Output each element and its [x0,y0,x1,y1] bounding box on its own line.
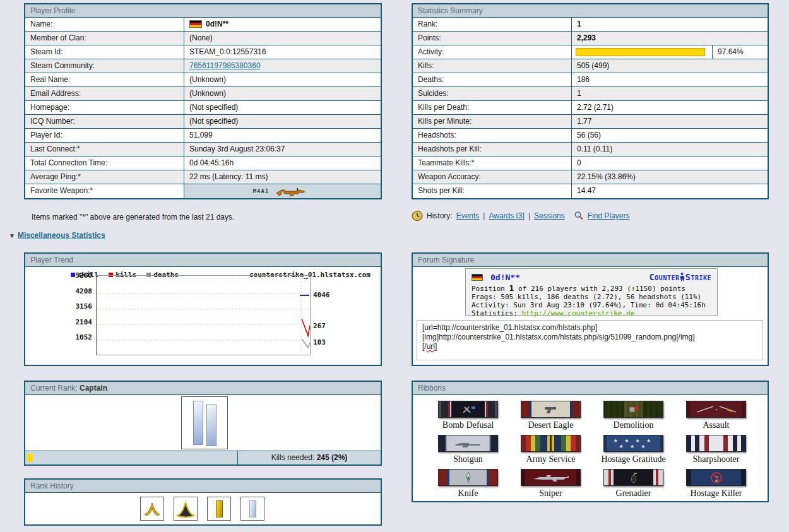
rank-progress-fill [27,454,33,462]
profile-value-playerid: 51,099 [184,129,381,142]
stats-label-headshots: Headshots: [413,129,572,142]
forum-signature-panel: Forum Signature 0d!N** Counter Strike Po… [412,252,769,366]
gold-bar-icon [207,497,231,521]
ribbon-sharpshooter: Sharpshooter [675,435,757,469]
table-row: Rank: 1 [413,18,768,32]
profile-value-realname: (Unknown) [184,73,381,86]
germany-flag-icon [189,20,202,28]
ribbon-shotgun: Shotgun [427,435,509,469]
stats-label-shotsperkill: Shots per Kill: [413,184,572,198]
ribbon-label: Grenadier [616,488,651,499]
end-label-skill: 4046 [313,291,330,299]
statistics-summary-header: Statistics Summary [413,4,768,18]
find-players-link[interactable]: Find Players [588,211,630,220]
signature-image: 0d!N** Counter Strike Position 1 of 216 … [465,268,718,316]
miscellaneous-statistics-link[interactable]: Miscellaneous Statistics [18,231,105,240]
signature-line-statistics: Statistics: http://www.counterstrike.de [472,309,711,317]
kills-needed-value: 245 (2%) [317,453,348,462]
sniper-ribbon-icon [521,469,581,486]
current-rank-name: Captain [80,384,107,393]
bbcode-line3: [/url] [422,342,757,352]
table-row: Email Address: (Unknown) [25,87,381,101]
ribbon-label: Knife [458,488,478,499]
ribbon-desert-eagle: Desert Eagle [509,401,592,435]
current-rank-label: Current Rank: [30,384,80,393]
ribbon-assault: Assault [675,401,757,435]
stats-label-killsperdeath: Kills per Death: [413,101,572,114]
trend-lines [97,276,310,355]
end-label-deaths: 103 [313,338,326,346]
separator: | [483,211,485,220]
table-row: Steam Community: 76561197985380360 [25,59,381,73]
cs-logo-left: Counter [649,272,679,282]
stats-value-headshots: 56 (56) [572,129,768,142]
forum-signature-header: Forum Signature [413,254,768,267]
table-row: Weapon Accuracy: 22.15% (33.86%) [413,170,768,184]
table-row: Steam Id: STEAM_0:0:12557316 [25,45,381,59]
profile-label-email: Email Address: [25,87,184,100]
stats-value-killsperminute: 1.77 [572,115,768,128]
ribbon-label: Sharpshooter [693,454,740,464]
current-rank-header: Current Rank: Captain [25,382,381,395]
activity-bar-cell [572,45,712,59]
profile-label-steamcommunity: Steam Community: [25,59,184,73]
player-profile-header: Player Profile [25,4,381,18]
desert-eagle-ribbon-icon [521,401,581,418]
ribbon-label: Army Service [526,454,575,464]
profile-value-favoriteweapon: M4A1 [184,184,381,198]
sig-pos-gain: 1150 [636,285,653,293]
ribbon-label: Bomb Defusal [442,420,494,430]
stats-label-rank: Rank: [413,18,572,31]
table-row: Kills per Minute: 1.77 [413,115,768,129]
shotgun-ribbon-icon [438,435,498,452]
stats-value-kills: 505 (499) [572,59,768,73]
table-row: Homepage: (Not specified) [25,101,381,115]
bbcode-line3-pre: [/ [422,342,427,351]
ytick-5260: 5260 [62,271,92,280]
ribbon-grenadier: Grenadier [592,469,675,503]
profile-value-connectiontime: 0d 04:45:16h [184,157,381,170]
profile-value-homepage: (Not specified) [184,101,381,114]
forum-signature-body: 0d!N** Counter Strike Position 1 of 216 … [413,267,768,365]
current-rank-panel: Current Rank: Captain Kills needed: 245 … [24,381,382,466]
footnote-text: Items marked "*" above are generated fro… [32,213,234,222]
table-row: Points: 2,293 [413,32,768,45]
rank-history-body [25,493,381,524]
table-row: Headshots per Kill: 0.11 (0.11) [413,143,768,157]
cs-logo-right: Strike [685,272,711,282]
history-link-events[interactable]: Events [456,211,480,220]
table-row: Deaths: 186 [413,73,768,87]
miscellaneous-statistics-toggle[interactable]: ▼Miscellaneous Statistics [9,231,105,240]
profile-label-homepage: Homepage: [25,101,184,114]
sharpshooter-ribbon-icon [686,435,746,452]
hostage-gratitude-ribbon-icon: ★ ★ ★ ★★ ★ ★ [603,435,663,452]
bbcode-textarea[interactable]: [url=http://counterstrike_01.hlstatsx.co… [417,320,763,360]
profile-value-steamid: STEAM_0:0:12557316 [184,45,381,59]
ribbon-knife: Knife [427,469,509,503]
stats-value-suicides: 1 [572,87,768,100]
clock-icon [412,210,423,222]
signature-player-name: 0d!N** [490,273,520,282]
trend-chart: skill kills deaths counterstrike_01.hlst… [25,267,381,365]
stats-label-points: Points: [413,32,572,45]
ribbon-label: Assault [703,420,730,430]
cs-soldier-icon [679,272,685,282]
sig-pos-mid: of 216 players with 2,293 ( [514,285,631,293]
profile-label-name: Name: [25,18,184,31]
bomb-defusal-ribbon-icon [438,401,498,418]
player-profile-panel: Player Profile Name: 0d!N** Member of Cl… [24,3,382,199]
profile-label-icq: ICQ Number: [25,115,184,128]
profile-label-favoriteweapon: Favorite Weapon:* [25,184,184,198]
bbcode-line1: [url=http://counterstrike_01.hlstatsx.co… [422,323,757,333]
ytick-2104: 2104 [62,318,92,326]
rank-history-header: Rank History [25,480,381,493]
up-arrow-icon: ↑ [631,285,636,293]
bbcode-line3-post: ] [435,342,437,351]
stats-value-deaths: 186 [572,73,768,86]
history-link-awards[interactable]: Awards [3] [489,211,524,220]
history-link-sessions[interactable]: Sessions [534,211,565,220]
steam-community-link[interactable]: 76561197985380360 [189,61,261,70]
ribbon-label: Shotgun [453,454,483,464]
gold-chevron-filled-icon [174,497,198,521]
profile-label-steamid: Steam Id: [25,45,184,59]
